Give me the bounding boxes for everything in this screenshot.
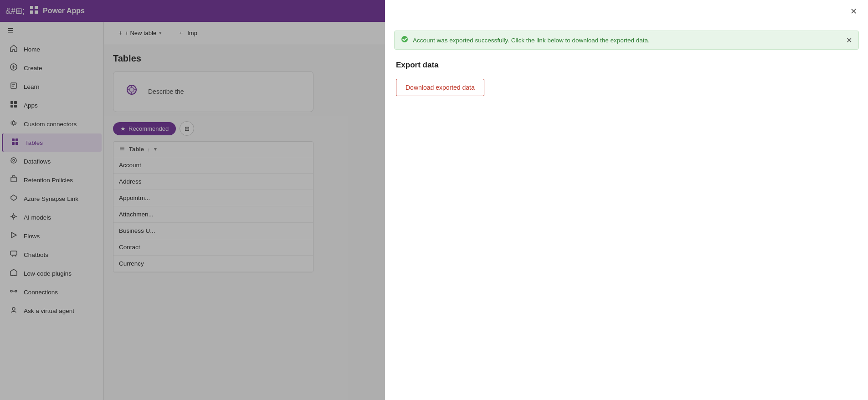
modal-header: ✕ (385, 0, 868, 23)
success-banner-left: Account was exported successfully. Click… (401, 36, 650, 45)
banner-message: Account was exported successfully. Click… (413, 37, 650, 44)
close-icon: ✕ (850, 7, 857, 16)
banner-close-icon: ✕ (846, 36, 852, 44)
export-section: Export data Download exported data (385, 50, 868, 107)
download-exported-data-button[interactable]: Download exported data (396, 79, 484, 96)
success-icon (401, 36, 408, 45)
success-banner: Account was exported successfully. Click… (394, 31, 859, 50)
modal-close-button[interactable]: ✕ (847, 5, 861, 18)
export-title: Export data (396, 61, 857, 70)
banner-close-button[interactable]: ✕ (846, 36, 852, 45)
download-label: Download exported data (406, 84, 475, 91)
modal-panel: ✕ Account was exported successfully. Cli… (385, 0, 868, 400)
